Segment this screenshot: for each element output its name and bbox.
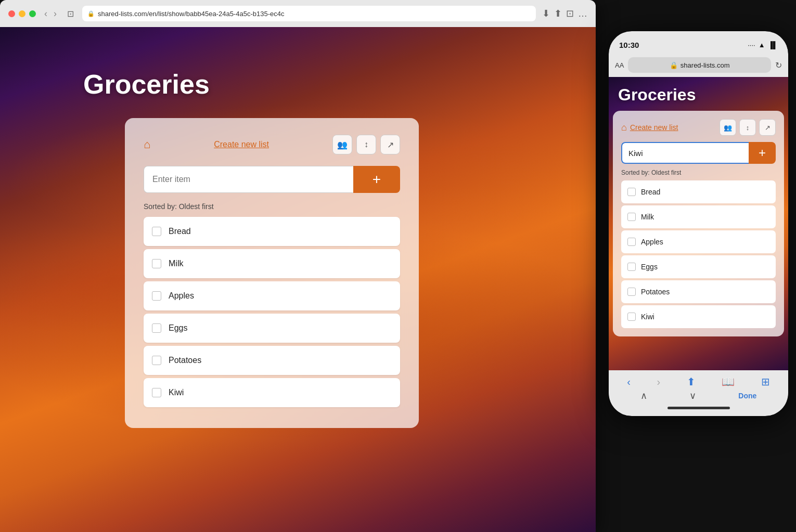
sort-icon: ↕	[364, 140, 368, 149]
wifi-icon: ▲	[759, 41, 765, 49]
list-item: Kiwi	[144, 378, 400, 407]
phone-tools-row: ∧ ∨ Done	[609, 390, 788, 404]
card-toolbar: ⌂ Create new list 👥 ↕ ↗	[144, 135, 400, 154]
sidebar-button[interactable]: ⊡	[65, 8, 76, 20]
item-checkbox[interactable]	[152, 356, 161, 365]
item-input[interactable]	[144, 166, 353, 193]
tabs-button[interactable]: ⊡	[566, 8, 574, 19]
phone-item-label: Potatoes	[641, 288, 670, 296]
phone-main-card: ⌂ Create new list 👥 ↕ ↗ +	[613, 111, 784, 336]
add-item-button[interactable]: +	[353, 166, 400, 193]
sort-button[interactable]: ↕	[356, 135, 376, 154]
browser-actions: ⬇ ⬆ ⊡ …	[542, 8, 587, 19]
phone-scroll-up-button[interactable]: ∧	[640, 390, 647, 401]
list-item: Potatoes	[144, 346, 400, 375]
minimize-button[interactable]	[19, 10, 25, 17]
phone-item-checkbox[interactable]	[627, 313, 636, 321]
phone-home-icon[interactable]: ⌂	[621, 122, 627, 133]
phone-aa-label[interactable]: AA	[615, 61, 624, 69]
phone-item-label: Milk	[641, 213, 654, 221]
item-checkbox[interactable]	[152, 388, 161, 397]
external-link-button[interactable]: ↗	[380, 135, 400, 154]
page-title: Groceries	[83, 69, 210, 100]
phone-list-item: Milk	[621, 205, 776, 228]
list-item: Apples	[144, 281, 400, 310]
phone-scroll-down-button[interactable]: ∨	[689, 390, 696, 401]
back-button[interactable]: ‹	[42, 7, 49, 20]
phone-forward-button[interactable]: ›	[657, 376, 660, 388]
download-button[interactable]: ⬇	[542, 8, 550, 19]
item-checkbox[interactable]	[152, 323, 161, 333]
item-label: Milk	[169, 259, 183, 268]
phone-grocery-list: Bread Milk Apples Eggs Potatoes Kiwi	[621, 180, 776, 328]
external-link-icon: ↗	[387, 140, 394, 150]
phone-sorted-label: Sorted by: Oldest first	[621, 169, 776, 176]
share-list-button[interactable]: 👥	[332, 135, 352, 154]
item-checkbox[interactable]	[152, 259, 161, 268]
phone-content: Groceries ⌂ Create new list 👥 ↕ ↗	[609, 77, 788, 370]
phone-list-item: Apples	[621, 230, 776, 253]
phone-sort-icon: ↕	[746, 124, 750, 132]
phone-page-title: Groceries	[609, 77, 788, 111]
browser-content: Groceries ⌂ Create new list 👥 ↕ ↗	[0, 27, 596, 532]
phone-create-new-list-button[interactable]: Create new list	[630, 123, 716, 132]
phone-list-item: Kiwi	[621, 305, 776, 328]
phone-item-checkbox[interactable]	[627, 263, 636, 271]
item-label: Kiwi	[169, 388, 184, 397]
main-card: ⌂ Create new list 👥 ↕ ↗ +	[125, 118, 419, 428]
item-checkbox[interactable]	[152, 227, 161, 236]
phone-status-bar: 10:30 ···· ▲ ▐▌	[609, 31, 788, 54]
phone-item-input[interactable]	[621, 142, 749, 164]
phone-sort-button[interactable]: ↕	[739, 119, 756, 136]
phone-bookmarks-button[interactable]: 📖	[722, 375, 735, 388]
phone-share-page-button[interactable]: ⬆	[687, 375, 696, 388]
item-checkbox[interactable]	[152, 291, 161, 301]
close-button[interactable]	[8, 10, 15, 17]
phone-share-list-button[interactable]: 👥	[720, 119, 736, 136]
sorted-label: Sorted by: Oldest first	[144, 202, 400, 211]
phone-add-item-button[interactable]: +	[749, 142, 776, 164]
phone-item-checkbox[interactable]	[627, 213, 636, 221]
group-icon: 👥	[337, 140, 348, 150]
phone-list-item: Eggs	[621, 255, 776, 278]
phone-url-text: shared-lists.com	[681, 61, 730, 69]
maximize-button[interactable]	[29, 10, 36, 17]
more-button[interactable]: …	[578, 8, 587, 19]
phone-item-entry-form: +	[621, 142, 776, 164]
item-label: Potatoes	[169, 356, 201, 365]
phone-item-label: Apples	[641, 238, 663, 246]
item-label: Apples	[169, 291, 194, 301]
phone-reload-button[interactable]: ↻	[775, 60, 782, 70]
phone-address-bar[interactable]: 🔒 shared-lists.com	[628, 57, 771, 73]
phone-browser-chrome: AA 🔒 shared-lists.com ↻	[609, 54, 788, 77]
forward-button[interactable]: ›	[52, 7, 59, 20]
list-item: Eggs	[144, 314, 400, 343]
phone-frame: 10:30 ···· ▲ ▐▌ AA 🔒 shared-lists.com ↻ …	[609, 31, 788, 416]
lock-icon: 🔒	[87, 10, 95, 17]
phone-external-link-button[interactable]: ↗	[759, 119, 776, 136]
phone-lock-icon: 🔒	[670, 61, 678, 69]
phone-home-indicator	[667, 407, 730, 409]
phone-back-button[interactable]: ‹	[627, 376, 631, 388]
phone-bottom-bar: ‹ › ⬆ 📖 ⊞ ∧ ∨ Done	[609, 370, 788, 416]
item-entry-form: +	[144, 166, 400, 193]
phone-item-checkbox[interactable]	[627, 238, 636, 246]
phone-done-button[interactable]: Done	[738, 392, 756, 400]
phone-tabs-button[interactable]: ⊞	[761, 375, 770, 388]
address-bar[interactable]: 🔒 shared-lists.com/en/list/show/babb45ea…	[82, 6, 536, 21]
phone-time: 10:30	[619, 41, 748, 49]
list-item: Bread	[144, 217, 400, 246]
phone-nav-row: ‹ › ⬆ 📖 ⊞	[609, 370, 788, 390]
phone-item-checkbox[interactable]	[627, 288, 636, 296]
share-button[interactable]: ⬆	[554, 8, 562, 19]
create-new-list-button[interactable]: Create new list	[156, 140, 327, 149]
phone-item-label: Eggs	[641, 263, 658, 271]
list-item: Milk	[144, 249, 400, 278]
item-label: Bread	[169, 227, 191, 236]
home-icon-link[interactable]: ⌂	[144, 138, 150, 151]
phone-item-label: Bread	[641, 188, 660, 196]
browser-window: ‹ › ⊡ 🔒 shared-lists.com/en/list/show/ba…	[0, 0, 596, 532]
phone-item-checkbox[interactable]	[627, 188, 636, 196]
signal-icon: ····	[748, 41, 755, 49]
battery-icon: ▐▌	[768, 41, 778, 49]
